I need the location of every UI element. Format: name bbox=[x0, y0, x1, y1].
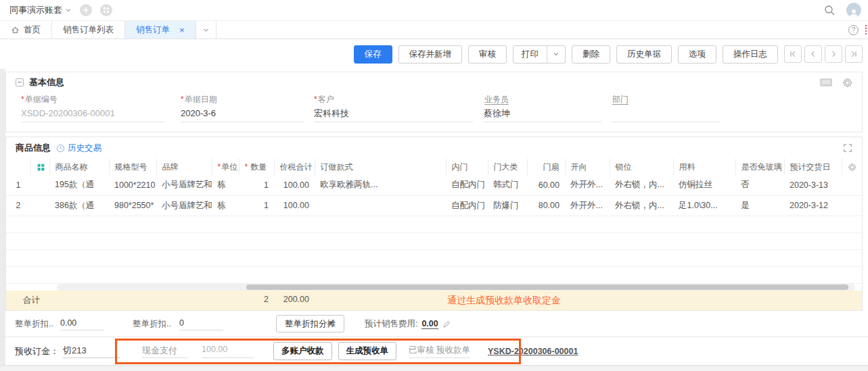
chevron-down-icon bbox=[202, 26, 210, 34]
tab-sales-order-list[interactable]: 销售订单列表 bbox=[52, 21, 125, 39]
account-selector[interactable]: 同事演示账套 bbox=[9, 4, 72, 16]
print-label[interactable]: 打印 bbox=[513, 49, 547, 60]
edit-pencil-icon[interactable] bbox=[442, 320, 451, 328]
print-dropdown[interactable] bbox=[547, 46, 565, 63]
col-header-delivery-date: 预计交货日 bbox=[784, 159, 842, 175]
history-docs-button[interactable]: 历史单据 bbox=[616, 45, 672, 64]
field-label-link[interactable]: 业务员 bbox=[484, 95, 509, 105]
sales-fee-value[interactable]: 0.00 bbox=[421, 319, 438, 329]
options-button[interactable]: 选项 bbox=[678, 45, 716, 64]
discount-share-button[interactable]: 整单折扣分摊 bbox=[276, 315, 344, 332]
doc-number-input[interactable]: XSDD-20200306-00001 bbox=[21, 106, 164, 122]
field-label-link[interactable]: 部门 bbox=[612, 95, 629, 105]
plus-icon bbox=[83, 7, 89, 14]
tabstrip: 首页 销售订单列表 销售订单 × ? bbox=[0, 20, 868, 39]
cell-material[interactable]: 仿铜拉丝 bbox=[673, 175, 735, 195]
cell-brand[interactable]: 小号盾牌艺和 bbox=[156, 195, 212, 216]
add-account-button[interactable] bbox=[80, 4, 92, 16]
cell-name[interactable]: 195款（通 bbox=[49, 175, 109, 195]
col-header-qty: *数量 bbox=[239, 159, 274, 175]
salesperson-input[interactable]: 蔡徐坤 bbox=[484, 106, 601, 122]
advance-receipt-doc-link[interactable]: YSKD-20200306-00001 bbox=[488, 347, 578, 356]
cash-pay-input[interactable]: 100.00 bbox=[202, 345, 254, 358]
cell-door-class[interactable]: 韩式门 bbox=[488, 175, 527, 195]
cell-style[interactable] bbox=[315, 195, 446, 216]
column-settings-gear-icon[interactable] bbox=[848, 163, 856, 172]
cell-unit[interactable]: 栋 bbox=[212, 195, 239, 216]
cell-open-dir[interactable]: 外开外... bbox=[565, 175, 610, 195]
cell-glass-free[interactable]: 是 bbox=[735, 195, 784, 216]
tab-sales-order[interactable]: 销售订单 × bbox=[125, 21, 196, 39]
cell-name[interactable]: 386款（通 bbox=[49, 195, 109, 216]
generate-advance-receipt-button[interactable]: 生成预收单 bbox=[338, 342, 397, 360]
required-star: * bbox=[314, 95, 317, 104]
prev-record-button[interactable] bbox=[804, 45, 822, 63]
cell-door-leaf[interactable]: 80.00 bbox=[527, 195, 565, 216]
apps-button[interactable] bbox=[100, 4, 112, 16]
tab-label: 销售订单列表 bbox=[63, 24, 114, 36]
cell-open-dir[interactable]: 外开外... bbox=[565, 195, 610, 216]
doc-date-input[interactable]: 2020-3-6 bbox=[181, 106, 304, 122]
deposit-input[interactable]: 切213 bbox=[63, 345, 120, 358]
department-input[interactable] bbox=[612, 106, 720, 122]
search-icon[interactable] bbox=[824, 5, 836, 16]
delete-button[interactable]: 删除 bbox=[572, 45, 610, 64]
customer-input[interactable]: 宏科科技 bbox=[314, 106, 473, 122]
required-star: * bbox=[181, 95, 184, 104]
cell-amount[interactable]: 100.00 bbox=[274, 175, 315, 195]
cell-spec[interactable]: 980*2550* bbox=[109, 195, 156, 216]
save-and-new-button[interactable]: 保存并新增 bbox=[398, 45, 463, 64]
cell-door-class[interactable]: 防爆门 bbox=[488, 195, 527, 216]
operation-log-button[interactable]: 操作日志 bbox=[723, 45, 778, 64]
collapse-icon[interactable] bbox=[16, 78, 24, 86]
cell-spec[interactable]: 1000*2210 bbox=[109, 175, 156, 195]
chevron-down-icon bbox=[553, 51, 559, 57]
horizontal-scrollbar bbox=[57, 284, 855, 291]
discount-amount-input[interactable]: 0.00 bbox=[60, 317, 104, 330]
last-record-button[interactable] bbox=[845, 45, 863, 63]
cell-glass-free[interactable]: 否 bbox=[735, 175, 784, 195]
keyboard-icon[interactable] bbox=[819, 78, 833, 87]
totals-label: 合计 bbox=[23, 295, 40, 306]
avatar[interactable] bbox=[846, 3, 861, 18]
field-label: 客户 bbox=[318, 95, 334, 104]
cell-delivery-date[interactable]: 2020-3-12 bbox=[784, 195, 842, 216]
cell-style[interactable]: 欧享欧雅两轨... bbox=[315, 175, 446, 195]
col-header-name: 商品名称 bbox=[49, 159, 109, 175]
col-header-brand: 品牌 bbox=[156, 159, 212, 175]
cell-unit[interactable]: 栋 bbox=[212, 175, 239, 195]
cell-inner-door[interactable]: 自配内门 bbox=[446, 195, 488, 216]
multi-account-receive-button[interactable]: 多账户收款 bbox=[273, 342, 332, 360]
audit-button[interactable]: 审核 bbox=[468, 45, 507, 64]
help-icon[interactable]: ? bbox=[848, 25, 859, 35]
batch-add-icon[interactable] bbox=[37, 163, 45, 172]
cell-qty[interactable]: 1 bbox=[239, 175, 274, 195]
scrollbar-thumb[interactable] bbox=[246, 285, 848, 290]
last-page-icon bbox=[850, 50, 858, 58]
cell-qty[interactable]: 1 bbox=[239, 195, 274, 216]
print-button[interactable]: 打印 bbox=[513, 45, 566, 64]
history-trade-link[interactable]: 历史交易 bbox=[56, 143, 101, 154]
cell-lock-pos[interactable]: 外右锁，内... bbox=[610, 175, 673, 195]
cell-amount[interactable]: 100.00 bbox=[274, 195, 315, 216]
next-record-button[interactable] bbox=[825, 45, 842, 63]
user-icon bbox=[848, 8, 859, 18]
sales-fee-label: 预计销售费用: bbox=[365, 318, 417, 330]
tab-dropdown-button[interactable] bbox=[196, 21, 216, 39]
close-tab-icon[interactable]: × bbox=[179, 25, 185, 35]
gear-icon[interactable] bbox=[842, 78, 852, 88]
first-record-button[interactable] bbox=[784, 45, 802, 63]
discount-bar: 整单折扣.. 0.00 整单折扣.. 0 整单折扣分摊 预计销售费用: 0.00 bbox=[0, 311, 868, 337]
tab-home[interactable]: 首页 bbox=[0, 21, 52, 39]
cell-lock-pos[interactable]: 外右锁，内... bbox=[610, 195, 673, 216]
cell-material[interactable]: 足1.0\30... bbox=[673, 195, 735, 216]
save-button[interactable]: 保存 bbox=[354, 45, 392, 64]
field-salesperson: 业务员 蔡徐坤 bbox=[484, 94, 601, 122]
cell-door-leaf[interactable]: 60.00 bbox=[527, 175, 565, 195]
col-header-lock-pos: 锁位 bbox=[610, 159, 673, 175]
expand-icon[interactable] bbox=[843, 143, 852, 153]
cell-brand[interactable]: 小号盾牌艺和 bbox=[156, 175, 212, 195]
discount-rate-input[interactable]: 0 bbox=[179, 317, 223, 330]
cell-delivery-date[interactable]: 2020-3-13 bbox=[784, 175, 842, 195]
cell-inner-door[interactable]: 自配内门 bbox=[446, 175, 488, 195]
